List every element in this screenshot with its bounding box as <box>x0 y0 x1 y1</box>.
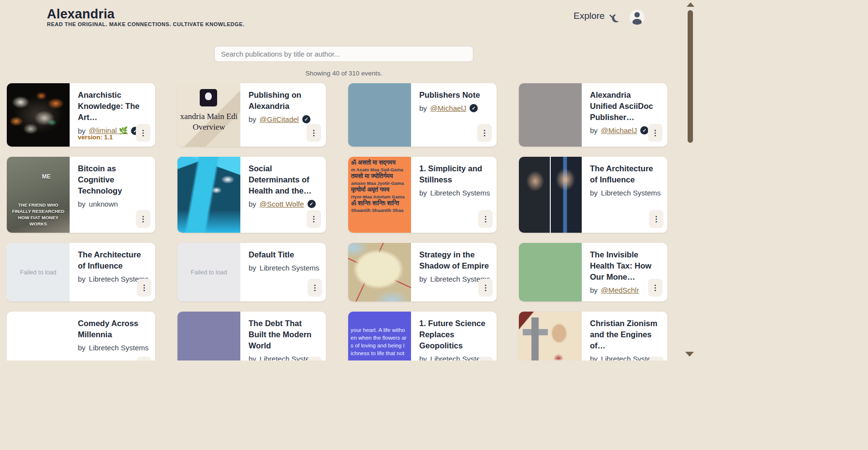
author-name: Libretech Systems <box>430 189 490 197</box>
author-name[interactable]: @MedSchlr <box>601 286 639 294</box>
card-menu-button[interactable]: ⋮ <box>649 357 663 360</box>
publication-card[interactable]: xandria Main EdiOverview Publishing on A… <box>177 83 326 147</box>
thumbnail-text-line: ॐ असतो मा सद्गमय <box>351 159 411 166</box>
card-thumbnail: Failed to load <box>7 243 70 301</box>
verified-badge-icon: ✓ <box>470 104 478 112</box>
scroll-down-arrow-icon[interactable] <box>685 352 694 357</box>
card-body: Anarchistic Knowledge: The Art… by @limi… <box>70 83 155 147</box>
card-body: The Invisible Health Tax: How Our Mone… … <box>582 243 667 301</box>
card-title: Alexandria Unified AsciiDoc Publisher… <box>590 90 660 123</box>
author-name[interactable]: @GitCitadel <box>260 115 299 123</box>
byline-prefix: by <box>419 275 427 283</box>
search-input[interactable] <box>214 46 473 62</box>
card-body: The Architecture of Influence by Librete… <box>70 243 155 301</box>
card-menu-button[interactable]: ⋮ <box>136 124 150 142</box>
card-title: Bitcoin as Cognitive Technology <box>78 163 147 196</box>
thumbnail-text: ME <box>42 173 51 180</box>
card-body: Alexandria Unified AsciiDoc Publisher… b… <box>582 83 667 147</box>
card-menu-button[interactable]: ⋮ <box>308 279 322 297</box>
author-name: Libretech Systems <box>601 189 661 197</box>
card-menu-button[interactable]: ⋮ <box>307 210 321 228</box>
thumbnail-caption-line: Overview <box>177 122 240 133</box>
publication-grid: Anarchistic Knowledge: The Art… by @limi… <box>7 83 668 360</box>
card-title: The Architecture of Influence <box>78 249 148 271</box>
thumbnail-text-line: मृत्योर्मा अमृतं गमय <box>351 186 411 194</box>
author-name: Libretech Systems <box>260 264 319 272</box>
byline-prefix: by <box>249 115 256 123</box>
author-name[interactable]: @Scott Wolfe <box>260 200 304 208</box>
publication-card[interactable]: Anarchistic Knowledge: The Art… by @limi… <box>7 83 155 147</box>
card-byline: by Libretech Systems <box>249 264 319 272</box>
publication-card[interactable]: Failed to load The Architecture of Influ… <box>7 243 155 301</box>
avatar-icon-body <box>633 19 642 25</box>
card-menu-button[interactable]: ⋮ <box>308 357 322 360</box>
byline-prefix: by <box>78 344 86 352</box>
author-name: unknown <box>89 200 118 208</box>
card-menu-button[interactable]: ⋮ <box>478 279 493 297</box>
card-menu-button[interactable]: ⋮ <box>307 124 321 142</box>
card-menu-button[interactable]: ⋮ <box>649 210 663 228</box>
card-thumbnail <box>519 312 582 360</box>
card-body: Social Determinants of Health and the… b… <box>240 157 326 233</box>
card-thumbnail <box>519 157 582 233</box>
publication-card[interactable]: Social Determinants of Health and the… b… <box>177 157 326 233</box>
publication-card[interactable]: ॐ असतो मा सद्गमयm Asato Maa Sad-Gamaतमसो… <box>348 157 497 233</box>
card-menu-button[interactable]: ⋮ <box>478 357 493 360</box>
publication-card[interactable]: Failed to load Default Title by Libretec… <box>177 243 326 301</box>
user-avatar-button[interactable] <box>630 10 645 25</box>
byline-prefix: by <box>78 200 86 208</box>
thumbnail-caption-line: xandria Main Edi <box>177 111 240 122</box>
publication-card[interactable]: The Invisible Health Tax: How Our Mone… … <box>519 243 667 301</box>
card-title: 1. Future Science Replaces Geopolitics <box>419 318 490 351</box>
card-byline: by unknown <box>78 200 147 208</box>
publication-card[interactable]: METHE FRIEND WHO FINALLY RESEARCHED HOW … <box>7 157 155 233</box>
card-byline: by @GitCitadel ✓ <box>249 115 318 123</box>
publication-card[interactable]: your heart. A life withoen when the flow… <box>348 312 497 360</box>
publication-card[interactable]: The Debt That Built the Modern World by … <box>177 312 326 360</box>
thumbnail-text-line: s of loving and being l <box>351 342 411 349</box>
page-title: Alexandria <box>47 7 115 22</box>
thumbnail-text-line: your heart. A life witho <box>351 326 411 334</box>
publication-card[interactable]: Christian Zionism and the Engines of… by… <box>519 312 667 360</box>
card-menu-button[interactable]: ⋮ <box>136 210 150 228</box>
card-title: Comedy Across Millennia <box>78 318 148 340</box>
byline-prefix: by <box>419 189 427 197</box>
card-menu-button[interactable]: ⋮ <box>478 210 493 228</box>
publication-card[interactable]: Alexandria Unified AsciiDoc Publisher… b… <box>519 83 667 147</box>
author-name[interactable]: @MichaelJ <box>601 126 637 135</box>
card-thumbnail: xandria Main EdiOverview <box>177 83 240 147</box>
scroll-up-arrow-icon[interactable] <box>687 2 694 7</box>
verified-badge-icon: ✓ <box>640 126 648 135</box>
site-tagline: READ THE ORIGINAL. MAKE CONNECTIONS. CUL… <box>47 21 245 27</box>
card-body: Bitcoin as Cognitive Technology by unkno… <box>70 157 155 233</box>
byline-prefix: by <box>249 355 256 360</box>
scrollbar-thumb[interactable] <box>688 10 693 143</box>
card-title: Anarchistic Knowledge: The Art… <box>78 90 147 123</box>
publication-card[interactable]: Strategy in the Shadow of Empire by Libr… <box>348 243 497 301</box>
card-menu-button[interactable]: ⋮ <box>137 279 151 297</box>
card-title: The Debt That Built the Modern World <box>249 318 319 351</box>
dark-mode-toggle[interactable] <box>612 12 625 24</box>
explore-label: Explore <box>574 11 604 21</box>
explore-menu-button[interactable]: Explore <box>574 11 615 21</box>
card-title: The Architecture of Influence <box>590 163 661 185</box>
publication-card[interactable]: Comedy Across Millennia by Libretech Sys… <box>7 312 155 360</box>
card-thumbnail: METHE FRIEND WHO FINALLY RESEARCHED HOW … <box>7 157 70 233</box>
byline-prefix: by <box>249 200 256 208</box>
card-body: Christian Zionism and the Engines of… by… <box>582 312 667 360</box>
card-title: Christian Zionism and the Engines of… <box>590 318 661 351</box>
card-title: Publishers Note <box>419 90 489 101</box>
card-menu-button[interactable]: ⋮ <box>648 124 662 142</box>
card-body: Default Title by Libretech Systems ⋮ <box>240 243 326 301</box>
card-byline: by @Scott Wolfe ✓ <box>249 200 318 208</box>
publication-card[interactable]: The Architecture of Influence by Librete… <box>519 157 667 233</box>
author-name[interactable]: @MichaelJ <box>430 104 466 112</box>
card-menu-button[interactable]: ⋮ <box>137 357 151 360</box>
card-menu-button[interactable]: ⋮ <box>477 124 492 142</box>
card-thumbnail <box>7 312 70 360</box>
alexandria-logo-icon <box>200 89 217 106</box>
publication-card[interactable]: Publishers Note by @MichaelJ ✓ ⋮ <box>348 83 497 147</box>
thumbnail-text-line: amaso Maa Jyotir-Gama <box>351 180 411 186</box>
thumbnail-text-line: तमसो मा ज्योतिर्गमय <box>351 173 411 180</box>
card-menu-button[interactable]: ⋮ <box>648 279 662 297</box>
